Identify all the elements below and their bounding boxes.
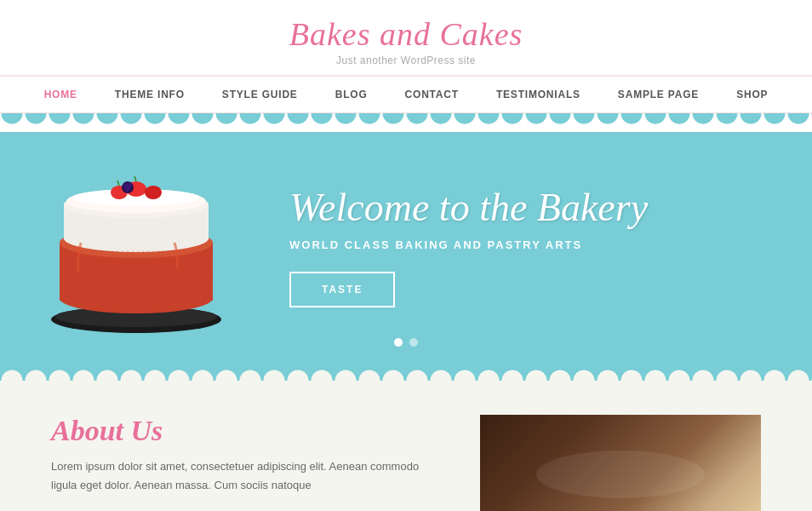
nav-item: CONTACT [386,77,477,112]
hero-heading: Welcome to the Bakery [289,187,769,230]
nav-item: SHOP [718,77,786,112]
hero-taste-button[interactable]: TASTE [289,272,395,307]
svg-point-12 [145,186,162,199]
about-section: About Us Lorem ipsum dolor sit amet, con… [0,381,812,511]
nav-item: SAMPLE PAGE [599,77,718,112]
site-title: Bakes and Cakes [0,15,812,53]
hero-dots [394,338,418,347]
about-text-block: About Us Lorem ipsum dolor sit amet, con… [51,415,446,511]
about-image [480,415,761,511]
about-body: Lorem ipsum dolor sit amet, consectetuer… [51,457,446,495]
svg-line-18 [134,176,136,181]
about-title: About Us [51,415,446,447]
nav-link[interactable]: SAMPLE PAGE [599,77,718,112]
nav-link[interactable]: HOME [26,77,96,112]
svg-rect-19 [62,247,210,298]
site-tagline: Just another WordPress site [0,55,812,66]
hero-section: Welcome to the Bakery WORLD CLASS BAKING… [0,132,812,362]
dot-1[interactable] [394,338,403,347]
svg-point-16 [125,187,130,192]
nav-item: HOME [26,77,96,112]
dot-2[interactable] [409,338,418,347]
nav-link[interactable]: THEME INFO [96,77,203,112]
food-image-placeholder [480,415,761,511]
nav-link[interactable]: CONTACT [386,77,477,112]
site-header: Bakes and Cakes Just another WordPress s… [0,0,812,76]
cake-svg [38,162,234,349]
hero-text-block: Welcome to the Bakery WORLD CLASS BAKING… [272,161,812,333]
hero-subheading: WORLD CLASS BAKING AND PASTRY ARTS [289,238,769,251]
scallop-top-decoration [0,113,812,132]
scallop-bottom-decoration [0,362,812,381]
nav-link[interactable]: STYLE GUIDE [203,77,317,112]
svg-line-17 [117,181,119,186]
nav-item: BLOG [317,77,386,112]
hero-cake-image [0,136,272,358]
nav-item: STYLE GUIDE [203,77,317,112]
nav-item: TESTIMONIALS [477,77,599,112]
nav-link[interactable]: SHOP [718,77,786,112]
main-nav: HOMETHEME INFOSTYLE GUIDEBLOGCONTACTTEST… [0,76,812,113]
nav-item: THEME INFO [96,77,203,112]
nav-link[interactable]: TESTIMONIALS [477,77,599,112]
nav-link[interactable]: BLOG [317,77,386,112]
